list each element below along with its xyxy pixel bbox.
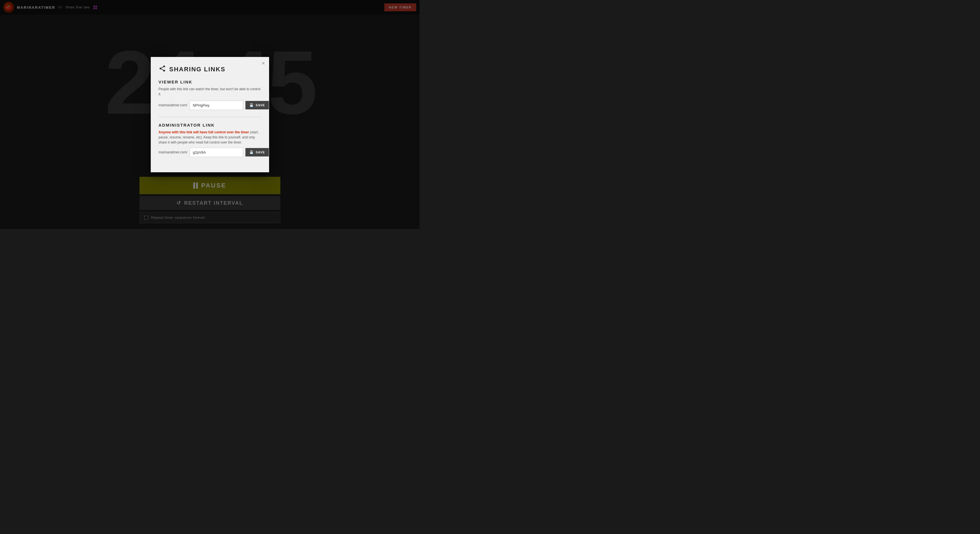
viewer-url-input[interactable] bbox=[189, 100, 243, 110]
sharing-links-modal: × SHARING LINKS VIEWER LINK People with … bbox=[151, 57, 269, 172]
modal-header: SHARING LINKS bbox=[159, 65, 261, 74]
admin-save-label: SAVE bbox=[256, 151, 265, 154]
viewer-save-button[interactable]: 💾 SAVE bbox=[245, 101, 269, 109]
svg-point-0 bbox=[163, 65, 165, 67]
floppy-disk-icon: 💾 bbox=[249, 103, 254, 107]
floppy-disk-icon-admin: 💾 bbox=[249, 150, 254, 154]
admin-url-input[interactable] bbox=[189, 148, 243, 157]
svg-line-4 bbox=[161, 67, 163, 68]
modal-overlay[interactable]: × SHARING LINKS VIEWER LINK People with … bbox=[0, 0, 420, 229]
admin-link-section: ADMINISTRATOR LINK Anyone with this link… bbox=[159, 123, 261, 157]
admin-url-prefix: marinaratimer.com/ bbox=[159, 150, 188, 154]
viewer-url-prefix: marinaratimer.com/ bbox=[159, 103, 188, 107]
modal-title: SHARING LINKS bbox=[169, 66, 226, 73]
admin-save-button[interactable]: 💾 SAVE bbox=[245, 148, 269, 156]
svg-point-1 bbox=[159, 67, 161, 69]
admin-warning-bold: Anyone with this link will have full con… bbox=[159, 130, 249, 134]
viewer-save-label: SAVE bbox=[256, 104, 265, 107]
viewer-link-description: People with this link can watch the time… bbox=[159, 86, 261, 97]
viewer-link-title: VIEWER LINK bbox=[159, 80, 261, 84]
share-icon bbox=[159, 65, 166, 74]
admin-link-title: ADMINISTRATOR LINK bbox=[159, 123, 261, 128]
svg-point-2 bbox=[163, 70, 165, 72]
admin-link-row: marinaratimer.com/ 💾 SAVE bbox=[159, 148, 261, 157]
viewer-link-row: marinaratimer.com/ 💾 SAVE bbox=[159, 100, 261, 110]
viewer-link-section: VIEWER LINK People with this link can wa… bbox=[159, 80, 261, 110]
admin-warning: Anyone with this link will have full con… bbox=[159, 130, 261, 145]
modal-close-button[interactable]: × bbox=[262, 61, 265, 66]
svg-line-3 bbox=[161, 69, 163, 70]
